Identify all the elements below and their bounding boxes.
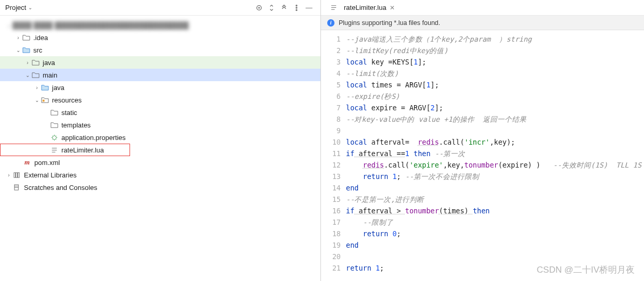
tree-file-app-properties[interactable]: application.properties <box>0 131 320 144</box>
editor-tab-bar: rateLimiter.lua ✕ <box>321 0 644 16</box>
plugin-notification[interactable]: i Plugins supporting *.lua files found. <box>321 16 644 30</box>
source-folder-icon <box>41 83 49 92</box>
tree-file-pom[interactable]: mpom.xml <box>0 156 320 169</box>
svg-rect-5 <box>42 99 44 101</box>
svg-point-4 <box>296 9 297 10</box>
text-file-icon <box>329 4 338 12</box>
expand-collapse-icon[interactable] <box>267 3 276 12</box>
project-panel-header: Project ⌄ — <box>0 0 320 16</box>
code-editor[interactable]: 123456789101112131415161718192021 --java… <box>321 30 644 281</box>
text-file-icon <box>50 146 58 154</box>
svg-rect-7 <box>14 172 15 177</box>
svg-point-3 <box>296 7 297 8</box>
tree-scratches[interactable]: Scratches and Consoles <box>0 181 320 194</box>
target-icon[interactable] <box>254 3 264 12</box>
maven-file-icon: m <box>23 158 31 167</box>
folder-icon <box>31 71 40 79</box>
scratches-icon <box>12 183 21 191</box>
svg-rect-9 <box>18 172 19 177</box>
tree-folder-idea[interactable]: ›.idea <box>0 31 320 44</box>
project-panel: Project ⌄ — ⌄████ ████ █████████████████… <box>0 0 321 281</box>
tree-folder-templates[interactable]: templates <box>0 119 320 131</box>
tree-external-libraries[interactable]: ›External Libraries <box>0 169 320 181</box>
notification-text: Plugins supporting *.lua files found. <box>339 19 440 27</box>
close-icon[interactable]: ✕ <box>390 4 395 11</box>
collapse-all-icon[interactable] <box>279 3 289 12</box>
folder-icon <box>22 46 30 54</box>
tree-file-ratelimiter[interactable]: rateLimiter.lua <box>0 144 130 156</box>
tree-folder-java-1[interactable]: ›java <box>0 56 320 69</box>
code-content[interactable]: --java端送入三个参数（1个key,2个param ）string --li… <box>346 30 641 281</box>
tab-label: rateLimiter.lua <box>344 4 387 11</box>
folder-icon <box>50 121 58 129</box>
svg-point-2 <box>296 5 297 6</box>
svg-point-1 <box>259 7 260 8</box>
hide-icon[interactable]: — <box>304 3 314 12</box>
tree-folder-static[interactable]: static <box>0 106 320 119</box>
folder-icon <box>22 33 30 42</box>
chevron-down-icon[interactable]: ⌄ <box>28 5 32 10</box>
tree-folder-resources[interactable]: ⌄resources <box>0 94 320 106</box>
tree-root[interactable]: ⌄████ ████ ████████████████████████████ <box>0 19 320 31</box>
properties-file-icon <box>50 133 58 142</box>
tree-folder-main[interactable]: ⌄main <box>0 69 320 81</box>
project-panel-title[interactable]: Project <box>5 4 26 11</box>
editor-tab-ratelimiter[interactable]: rateLimiter.lua ✕ <box>325 0 399 16</box>
editor-panel: rateLimiter.lua ✕ i Plugins supporting *… <box>321 0 644 281</box>
tree-folder-src[interactable]: ⌄src <box>0 44 320 56</box>
libraries-icon <box>12 171 21 179</box>
folder-icon <box>50 108 58 117</box>
project-tree[interactable]: ⌄████ ████ ████████████████████████████ … <box>0 16 320 281</box>
tree-folder-java-2[interactable]: ›java <box>0 81 320 94</box>
svg-rect-8 <box>16 172 17 177</box>
more-icon[interactable] <box>292 3 301 12</box>
resources-folder-icon <box>41 96 49 104</box>
line-gutter: 123456789101112131415161718192021 <box>321 30 346 281</box>
folder-icon <box>31 58 40 67</box>
info-icon: i <box>327 19 334 27</box>
